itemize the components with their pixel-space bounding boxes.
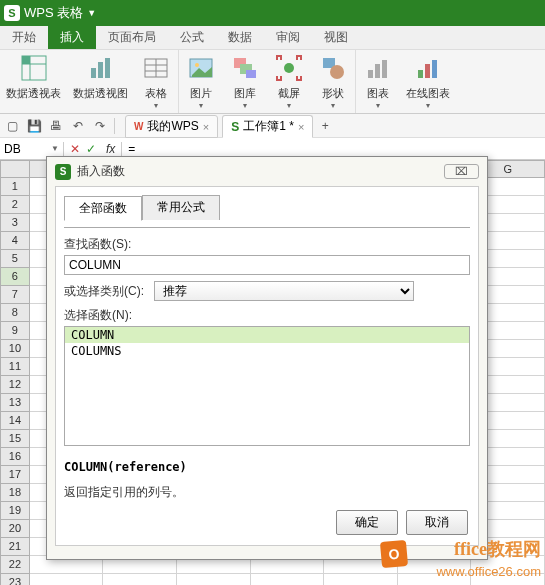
dialog-tabs: 全部函数 常用公式 xyxy=(64,195,470,220)
row-header[interactable]: 15 xyxy=(0,430,30,448)
cancel-button[interactable]: 取消 xyxy=(406,510,468,535)
tab-formula[interactable]: 公式 xyxy=(168,26,216,49)
pivot-table-icon xyxy=(18,52,50,84)
doc-tab-workbook[interactable]: S 工作簿1 * × xyxy=(222,115,313,138)
tab-review[interactable]: 审阅 xyxy=(264,26,312,49)
add-tab-icon[interactable]: + xyxy=(317,118,333,134)
dialog-close-button[interactable]: ⌧ xyxy=(444,164,479,179)
row-header[interactable]: 10 xyxy=(0,340,30,358)
row-header[interactable]: 21 xyxy=(0,538,30,556)
accept-formula-icon[interactable]: ✓ xyxy=(86,142,96,156)
row-header[interactable]: 11 xyxy=(0,358,30,376)
search-input[interactable] xyxy=(64,255,470,275)
shapes-button[interactable]: 形状 ▾ xyxy=(311,50,355,113)
row-header[interactable]: 5 xyxy=(0,250,30,268)
dialog-buttons: 确定 取消 xyxy=(336,510,468,535)
chevron-down-icon: ▾ xyxy=(426,101,430,110)
chevron-down-icon: ▾ xyxy=(376,101,380,110)
redo-icon[interactable]: ↷ xyxy=(92,118,108,134)
row-header[interactable]: 9 xyxy=(0,322,30,340)
pivot-chart-icon xyxy=(85,52,117,84)
tab-data[interactable]: 数据 xyxy=(216,26,264,49)
row-header[interactable]: 19 xyxy=(0,502,30,520)
row-header[interactable]: 4 xyxy=(0,232,30,250)
chevron-down-icon: ▾ xyxy=(287,101,291,110)
pictures-button[interactable]: 图片 ▾ xyxy=(179,50,223,113)
doc-tab-label: 工作簿1 * xyxy=(243,118,294,135)
row-header[interactable]: 3 xyxy=(0,214,30,232)
new-file-icon[interactable]: ▢ xyxy=(4,118,20,134)
undo-icon[interactable]: ↶ xyxy=(70,118,86,134)
fx-icon[interactable]: fx xyxy=(106,142,115,156)
chart-button[interactable]: 图表 ▾ xyxy=(356,50,400,113)
pivot-chart-button[interactable]: 数据透视图 xyxy=(67,50,134,113)
row-header[interactable]: 2 xyxy=(0,196,30,214)
print-icon[interactable]: 🖶 xyxy=(48,118,64,134)
formula-bar[interactable]: = xyxy=(121,142,545,156)
row-header[interactable]: 7 xyxy=(0,286,30,304)
doc-tab-mywps[interactable]: W 我的WPS × xyxy=(125,115,218,138)
tab-view[interactable]: 视图 xyxy=(312,26,360,49)
row-header[interactable]: 18 xyxy=(0,484,30,502)
online-chart-button[interactable]: 在线图表 ▾ xyxy=(400,50,456,113)
gallery-label: 图库 xyxy=(234,86,256,101)
tables-button[interactable]: 表格 ▾ xyxy=(134,50,178,113)
name-box[interactable]: DB ▼ xyxy=(0,142,64,156)
ok-button[interactable]: 确定 xyxy=(336,510,398,535)
dialog-title: 插入函数 xyxy=(77,163,125,180)
screenshot-button[interactable]: 截屏 ▾ xyxy=(267,50,311,113)
pivot-table-label: 数据透视表 xyxy=(6,86,61,101)
category-select[interactable]: 推荐 xyxy=(154,281,414,301)
document-tabs: W 我的WPS × S 工作簿1 * × + xyxy=(121,113,337,138)
cell[interactable] xyxy=(324,574,398,585)
pictures-label: 图片 xyxy=(190,86,212,101)
chart-icon xyxy=(362,52,394,84)
app-title: WPS 表格 xyxy=(24,4,83,22)
tab-close-icon[interactable]: × xyxy=(203,121,209,133)
tab-page-layout[interactable]: 页面布局 xyxy=(96,26,168,49)
function-item[interactable]: COLUMNS xyxy=(65,343,469,359)
cancel-formula-icon[interactable]: ✕ xyxy=(70,142,80,156)
cell[interactable] xyxy=(177,574,251,585)
row-header[interactable]: 6 xyxy=(0,268,30,286)
function-signature: COLUMN(reference) xyxy=(64,460,470,474)
cell[interactable] xyxy=(103,574,177,585)
row-header[interactable]: 14 xyxy=(0,412,30,430)
tab-insert[interactable]: 插入 xyxy=(48,26,96,49)
quick-access-toolbar: ▢ 💾 🖶 ↶ ↷ W 我的WPS × S 工作簿1 * × + xyxy=(0,114,545,138)
save-icon[interactable]: 💾 xyxy=(26,118,42,134)
search-label: 查找函数(S): xyxy=(64,236,470,253)
cell[interactable] xyxy=(251,574,325,585)
function-item[interactable]: COLUMN xyxy=(65,327,469,343)
tab-start[interactable]: 开始 xyxy=(0,26,48,49)
row-header[interactable]: 22 xyxy=(0,556,30,574)
row-header[interactable]: 12 xyxy=(0,376,30,394)
row-header[interactable]: 16 xyxy=(0,448,30,466)
row-header[interactable]: 8 xyxy=(0,304,30,322)
tab-all-functions[interactable]: 全部函数 xyxy=(64,196,142,221)
svg-rect-21 xyxy=(382,60,387,78)
pivot-table-button[interactable]: 数据透视表 xyxy=(0,50,67,113)
title-dropdown-icon[interactable]: ▼ xyxy=(87,8,96,18)
row-header[interactable]: 20 xyxy=(0,520,30,538)
gallery-button[interactable]: 图库 ▾ xyxy=(223,50,267,113)
pictures-icon xyxy=(185,52,217,84)
chevron-down-icon[interactable]: ▼ xyxy=(51,144,59,153)
row-header[interactable]: 23 xyxy=(0,574,30,585)
svg-point-16 xyxy=(284,63,294,73)
row-header[interactable]: 1 xyxy=(0,178,30,196)
svg-rect-24 xyxy=(432,60,437,78)
gallery-icon xyxy=(229,52,261,84)
category-label: 或选择类别(C): xyxy=(64,283,144,300)
wps-logo-icon: W xyxy=(134,121,143,132)
tab-common-formulas[interactable]: 常用公式 xyxy=(142,195,220,220)
screenshot-label: 截屏 xyxy=(278,86,300,101)
svg-rect-22 xyxy=(418,70,423,78)
function-list[interactable]: COLUMN COLUMNS xyxy=(64,326,470,446)
cell[interactable] xyxy=(30,574,104,585)
row-header[interactable]: 13 xyxy=(0,394,30,412)
tab-close-icon[interactable]: × xyxy=(298,121,304,133)
row-header[interactable]: 17 xyxy=(0,466,30,484)
svg-rect-23 xyxy=(425,64,430,78)
select-all-corner[interactable] xyxy=(0,160,30,178)
